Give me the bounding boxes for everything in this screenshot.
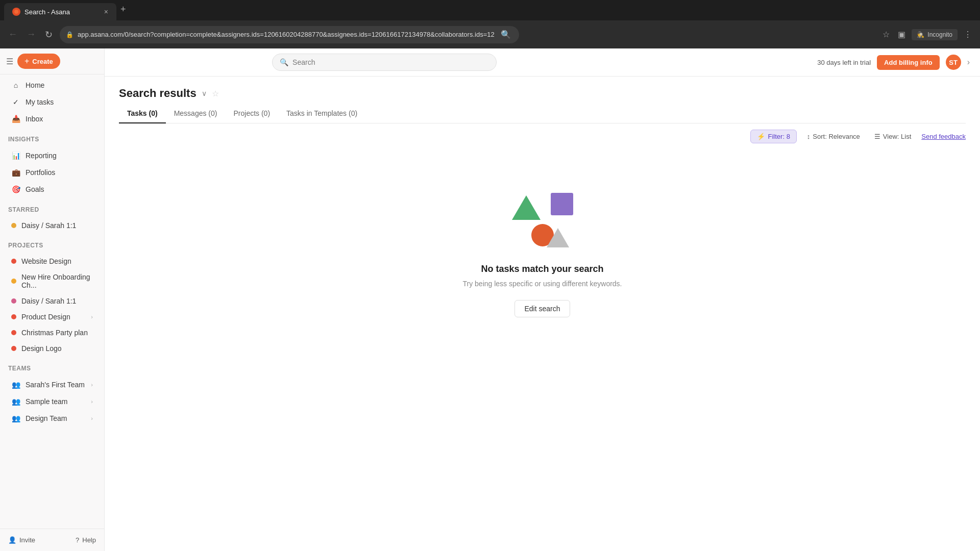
tab-title: Search - Asana bbox=[24, 8, 100, 16]
sidebar-item-reporting[interactable]: 📊 Reporting bbox=[3, 147, 101, 164]
sidebar-design-logo-label: Design Logo bbox=[21, 344, 93, 353]
tab-tasks[interactable]: Tasks (0) bbox=[119, 104, 166, 123]
sidebar-daisy-sarah-project-label: Daisy / Sarah 1:1 bbox=[21, 297, 93, 305]
starred-nav: Daisy / Sarah 1:1 bbox=[0, 215, 104, 236]
topbar-more-icon[interactable]: › bbox=[967, 58, 970, 67]
tab-messages[interactable]: Messages (0) bbox=[166, 104, 226, 123]
trial-text: 30 days left in trial bbox=[817, 59, 871, 66]
sidebar-item-christmas-party[interactable]: Christmas Party plan bbox=[3, 325, 101, 340]
illustration-triangle-green bbox=[512, 195, 541, 220]
forward-button[interactable]: → bbox=[24, 27, 38, 42]
filter-row: ⚡ Filter: 8 ↕ Sort: Relevance ☰ View: Li… bbox=[105, 123, 980, 149]
reporting-icon: 📊 bbox=[11, 151, 20, 160]
daisy-sarah-project-dot bbox=[11, 298, 16, 304]
sarahs-team-chevron: › bbox=[91, 382, 93, 388]
sidebar-item-new-hire[interactable]: New Hire Onboarding Ch... bbox=[3, 269, 101, 293]
starred-section-label: Starred bbox=[0, 202, 104, 215]
invite-button[interactable]: 👤 Invite bbox=[3, 533, 40, 547]
sidebar-home-label: Home bbox=[26, 81, 93, 89]
incognito-badge: 🕵 Incognito bbox=[912, 29, 958, 40]
sidebar-item-website-design[interactable]: Website Design bbox=[3, 254, 101, 269]
design-team-icon: 👥 bbox=[11, 414, 20, 423]
filter-icon: ⚡ bbox=[757, 133, 765, 140]
tab-favicon bbox=[12, 8, 20, 16]
sidebar-item-home[interactable]: ⌂ Home bbox=[3, 77, 101, 93]
create-button-label: Create bbox=[32, 58, 53, 65]
sidebar-item-inbox[interactable]: 📥 Inbox bbox=[3, 111, 101, 127]
sidebar-item-portfolios[interactable]: 💼 Portfolios bbox=[3, 164, 101, 181]
edit-search-button[interactable]: Edit search bbox=[514, 300, 570, 317]
incognito-label: Incognito bbox=[927, 31, 952, 38]
help-label: Help bbox=[82, 536, 96, 544]
tab-projects[interactable]: Projects (0) bbox=[225, 104, 278, 123]
sidebar-item-daisy-sarah-project[interactable]: Daisy / Sarah 1:1 bbox=[3, 293, 101, 309]
projects-nav: Website Design New Hire Onboarding Ch...… bbox=[0, 251, 104, 359]
insights-section-label: Insights bbox=[0, 132, 104, 145]
app: ☰ + Create ⌂ Home ✓ My tasks 📥 Inbox Ins… bbox=[0, 48, 980, 551]
filter-button[interactable]: ⚡ Filter: 8 bbox=[750, 130, 797, 143]
back-button[interactable]: ← bbox=[6, 27, 19, 42]
tabs-row: Tasks (0) Messages (0) Projects (0) Task… bbox=[119, 104, 966, 123]
page-title-row: Search results ∨ ☆ bbox=[119, 87, 966, 100]
incognito-icon: 🕵 bbox=[917, 31, 924, 38]
new-tab-button[interactable]: + bbox=[120, 4, 126, 15]
tab-tasks-templates[interactable]: Tasks in Templates (0) bbox=[278, 104, 365, 123]
send-feedback-link[interactable]: Send feedback bbox=[921, 133, 966, 140]
bookmark-icon[interactable]: ☆ bbox=[880, 28, 892, 41]
sidebar-item-product-design[interactable]: Product Design › bbox=[3, 309, 101, 324]
sort-icon: ↕ bbox=[807, 133, 811, 140]
sidebar-item-design-logo[interactable]: Design Logo bbox=[3, 341, 101, 356]
sidebar-item-design-team[interactable]: 👥 Design Team › bbox=[3, 410, 101, 427]
user-avatar[interactable]: ST bbox=[946, 55, 961, 70]
sidebar: ☰ + Create ⌂ Home ✓ My tasks 📥 Inbox Ins… bbox=[0, 48, 105, 551]
inbox-icon: 📥 bbox=[11, 114, 20, 123]
new-hire-dot bbox=[11, 279, 16, 284]
main-header: Search results ∨ ☆ Tasks (0) Messages (0… bbox=[105, 77, 980, 123]
teams-section-label: Teams bbox=[0, 361, 104, 374]
sidebar-reporting-label: Reporting bbox=[26, 152, 93, 160]
topbar-search-input[interactable] bbox=[292, 58, 489, 66]
refresh-button[interactable]: ↻ bbox=[43, 27, 55, 42]
sort-button[interactable]: ↕ Sort: Relevance bbox=[803, 130, 864, 143]
active-tab[interactable]: Search - Asana × bbox=[4, 3, 116, 20]
billing-button[interactable]: Add billing info bbox=[877, 55, 940, 70]
topbar-search-container: 🔍 bbox=[272, 54, 497, 71]
svg-point-0 bbox=[14, 10, 18, 14]
design-team-chevron: › bbox=[91, 415, 93, 421]
app-topbar: 🔍 30 days left in trial Add billing info… bbox=[105, 48, 980, 77]
my-tasks-icon: ✓ bbox=[11, 97, 20, 107]
sidebar-item-my-tasks[interactable]: ✓ My tasks bbox=[3, 94, 101, 110]
address-bar[interactable] bbox=[78, 31, 495, 38]
sidebar-website-design-label: Website Design bbox=[21, 257, 93, 265]
sidebar-daisy-sarah-star-label: Daisy / Sarah 1:1 bbox=[21, 221, 93, 230]
page-title-chevron-icon[interactable]: ∨ bbox=[202, 89, 207, 97]
help-button[interactable]: ? Help bbox=[70, 533, 101, 547]
create-plus-icon: + bbox=[24, 57, 29, 66]
sidebar-item-sample-team[interactable]: 👥 Sample team › bbox=[3, 393, 101, 410]
sidebar-item-goals[interactable]: 🎯 Goals bbox=[3, 181, 101, 197]
sidebar-new-hire-label: New Hire Onboarding Ch... bbox=[21, 273, 93, 289]
sidebar-menu-button[interactable]: ☰ bbox=[6, 57, 13, 66]
sidebar-header: ☰ + Create bbox=[0, 48, 104, 74]
create-button[interactable]: + Create bbox=[17, 54, 60, 69]
design-logo-dot bbox=[11, 346, 16, 351]
extensions-icon[interactable]: ⋮ bbox=[962, 28, 974, 41]
empty-state: No tasks match your search Try being les… bbox=[105, 149, 980, 358]
topbar-right: 30 days left in trial Add billing info S… bbox=[817, 55, 970, 70]
sidebar-toggle-icon[interactable]: ▣ bbox=[896, 28, 908, 41]
product-design-dot bbox=[11, 314, 16, 319]
sarahs-first-team-icon: 👥 bbox=[11, 380, 20, 389]
page-title-star-icon[interactable]: ☆ bbox=[212, 89, 219, 98]
sample-team-chevron: › bbox=[91, 398, 93, 405]
projects-section-label: Projects bbox=[0, 238, 104, 251]
sidebar-item-sarahs-first-team[interactable]: 👥 Sarah's First Team › bbox=[3, 377, 101, 393]
illustration-triangle-gray bbox=[547, 228, 569, 247]
tab-close-button[interactable]: × bbox=[104, 8, 108, 16]
view-button[interactable]: ☰ View: List bbox=[870, 130, 915, 143]
sidebar-nav: ⌂ Home ✓ My tasks 📥 Inbox bbox=[0, 74, 104, 130]
sidebar-item-daisy-sarah-starred[interactable]: Daisy / Sarah 1:1 bbox=[3, 218, 101, 233]
help-icon: ? bbox=[76, 536, 79, 544]
search-address-icon[interactable]: 🔍 bbox=[499, 28, 513, 41]
nav-actions: ☆ ▣ 🕵 Incognito ⋮ bbox=[880, 28, 974, 41]
product-design-chevron: › bbox=[91, 314, 93, 320]
